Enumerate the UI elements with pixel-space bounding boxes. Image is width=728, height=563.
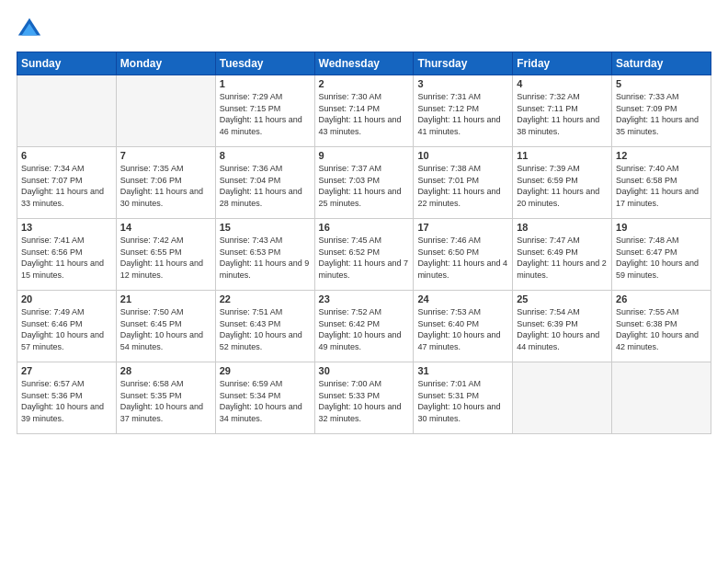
daylight-label: Daylight: 11 hours and 7 minutes. bbox=[319, 259, 409, 280]
table-row: 25 Sunrise: 7:54 AM Sunset: 6:39 PM Dayl… bbox=[513, 291, 612, 362]
day-info: Sunrise: 7:43 AM Sunset: 6:53 PM Dayligh… bbox=[220, 235, 311, 281]
daylight-label: Daylight: 11 hours and 22 minutes. bbox=[417, 187, 500, 208]
sunrise-label: Sunrise: 7:36 AM bbox=[220, 164, 283, 173]
day-number: 26 bbox=[616, 293, 707, 304]
day-info: Sunrise: 7:32 AM Sunset: 7:11 PM Dayligh… bbox=[517, 91, 608, 137]
col-friday: Friday bbox=[513, 52, 612, 75]
sunrise-label: Sunrise: 7:33 AM bbox=[616, 92, 679, 101]
table-row: 24 Sunrise: 7:53 AM Sunset: 6:40 PM Dayl… bbox=[414, 291, 513, 362]
sunrise-label: Sunrise: 7:01 AM bbox=[417, 379, 481, 388]
day-info: Sunrise: 7:49 AM Sunset: 6:46 PM Dayligh… bbox=[21, 306, 112, 352]
day-number: 22 bbox=[220, 293, 311, 304]
table-row: 5 Sunrise: 7:33 AM Sunset: 7:09 PM Dayli… bbox=[612, 75, 711, 147]
sunset-label: Sunset: 6:38 PM bbox=[616, 319, 677, 328]
table-row bbox=[17, 75, 117, 147]
day-info: Sunrise: 7:00 AM Sunset: 5:33 PM Dayligh… bbox=[319, 378, 410, 424]
sunrise-label: Sunrise: 7:00 AM bbox=[319, 379, 382, 388]
sunrise-label: Sunrise: 7:40 AM bbox=[616, 164, 679, 173]
daylight-label: Daylight: 10 hours and 34 minutes. bbox=[220, 402, 302, 423]
col-thursday: Thursday bbox=[414, 52, 513, 75]
sunset-label: Sunset: 6:55 PM bbox=[120, 247, 182, 257]
table-row: 10 Sunrise: 7:38 AM Sunset: 7:01 PM Dayl… bbox=[414, 147, 513, 219]
daylight-label: Daylight: 11 hours and 33 minutes. bbox=[21, 187, 104, 208]
day-number: 29 bbox=[220, 365, 311, 376]
table-row: 11 Sunrise: 7:39 AM Sunset: 6:59 PM Dayl… bbox=[513, 147, 612, 219]
sunset-label: Sunset: 5:31 PM bbox=[417, 391, 479, 400]
logo-icon bbox=[17, 17, 42, 42]
table-row: 16 Sunrise: 7:45 AM Sunset: 6:52 PM Dayl… bbox=[314, 219, 414, 291]
daylight-label: Daylight: 10 hours and 39 minutes. bbox=[21, 402, 104, 423]
day-info: Sunrise: 7:41 AM Sunset: 6:56 PM Dayligh… bbox=[21, 235, 112, 281]
table-row: 27 Sunrise: 6:57 AM Sunset: 5:36 PM Dayl… bbox=[17, 362, 117, 434]
day-info: Sunrise: 7:35 AM Sunset: 7:06 PM Dayligh… bbox=[120, 163, 211, 209]
day-number: 12 bbox=[616, 150, 707, 161]
calendar-container: Sunday Monday Tuesday Wednesday Thursday… bbox=[0, 0, 728, 563]
logo bbox=[17, 17, 46, 42]
day-info: Sunrise: 7:51 AM Sunset: 6:43 PM Dayligh… bbox=[220, 306, 311, 352]
daylight-label: Daylight: 11 hours and 20 minutes. bbox=[517, 187, 599, 208]
daylight-label: Daylight: 10 hours and 42 minutes. bbox=[616, 330, 699, 351]
calendar-table: Sunday Monday Tuesday Wednesday Thursday… bbox=[17, 52, 711, 434]
sunrise-label: Sunrise: 7:39 AM bbox=[517, 164, 580, 173]
day-number: 25 bbox=[517, 293, 608, 304]
daylight-label: Daylight: 11 hours and 12 minutes. bbox=[120, 259, 203, 280]
table-row: 1 Sunrise: 7:29 AM Sunset: 7:15 PM Dayli… bbox=[215, 75, 314, 147]
sunset-label: Sunset: 5:35 PM bbox=[120, 391, 182, 400]
sunrise-label: Sunrise: 7:48 AM bbox=[616, 236, 679, 245]
day-info: Sunrise: 7:48 AM Sunset: 6:47 PM Dayligh… bbox=[616, 235, 707, 281]
daylight-label: Daylight: 11 hours and 38 minutes. bbox=[517, 115, 599, 136]
sunrise-label: Sunrise: 7:35 AM bbox=[120, 164, 184, 173]
day-info: Sunrise: 7:52 AM Sunset: 6:42 PM Dayligh… bbox=[319, 306, 410, 352]
sunrise-label: Sunrise: 6:59 AM bbox=[220, 379, 283, 388]
table-row: 7 Sunrise: 7:35 AM Sunset: 7:06 PM Dayli… bbox=[116, 147, 215, 219]
day-info: Sunrise: 7:34 AM Sunset: 7:07 PM Dayligh… bbox=[21, 163, 112, 209]
calendar-week-row: 20 Sunrise: 7:49 AM Sunset: 6:46 PM Dayl… bbox=[17, 291, 711, 362]
daylight-label: Daylight: 11 hours and 2 minutes. bbox=[517, 259, 607, 280]
day-number: 15 bbox=[220, 222, 311, 233]
table-row: 8 Sunrise: 7:36 AM Sunset: 7:04 PM Dayli… bbox=[215, 147, 314, 219]
sunset-label: Sunset: 7:04 PM bbox=[220, 176, 281, 185]
day-number: 31 bbox=[417, 365, 508, 376]
daylight-label: Daylight: 11 hours and 35 minutes. bbox=[616, 115, 699, 136]
sunrise-label: Sunrise: 6:57 AM bbox=[21, 379, 85, 388]
sunset-label: Sunset: 6:59 PM bbox=[517, 176, 578, 185]
day-info: Sunrise: 6:59 AM Sunset: 5:34 PM Dayligh… bbox=[220, 378, 311, 424]
day-info: Sunrise: 7:37 AM Sunset: 7:03 PM Dayligh… bbox=[319, 163, 410, 209]
day-number: 8 bbox=[220, 150, 311, 161]
table-row: 12 Sunrise: 7:40 AM Sunset: 6:58 PM Dayl… bbox=[612, 147, 711, 219]
day-number: 3 bbox=[417, 78, 508, 89]
day-number: 21 bbox=[120, 293, 211, 304]
daylight-label: Daylight: 10 hours and 32 minutes. bbox=[319, 402, 402, 423]
day-info: Sunrise: 7:55 AM Sunset: 6:38 PM Dayligh… bbox=[616, 306, 707, 352]
page-header bbox=[17, 17, 711, 42]
day-info: Sunrise: 7:42 AM Sunset: 6:55 PM Dayligh… bbox=[120, 235, 211, 281]
sunrise-label: Sunrise: 7:42 AM bbox=[120, 236, 184, 245]
day-info: Sunrise: 7:30 AM Sunset: 7:14 PM Dayligh… bbox=[319, 91, 410, 137]
daylight-label: Daylight: 10 hours and 47 minutes. bbox=[417, 330, 500, 351]
table-row: 20 Sunrise: 7:49 AM Sunset: 6:46 PM Dayl… bbox=[17, 291, 117, 362]
day-number: 20 bbox=[21, 293, 112, 304]
day-number: 5 bbox=[616, 78, 707, 89]
day-number: 4 bbox=[517, 78, 608, 89]
sunrise-label: Sunrise: 7:46 AM bbox=[417, 236, 481, 245]
sunset-label: Sunset: 6:46 PM bbox=[21, 319, 83, 328]
sunset-label: Sunset: 5:33 PM bbox=[319, 391, 381, 400]
calendar-week-row: 6 Sunrise: 7:34 AM Sunset: 7:07 PM Dayli… bbox=[17, 147, 711, 219]
day-number: 17 bbox=[417, 222, 508, 233]
sunrise-label: Sunrise: 7:34 AM bbox=[21, 164, 85, 173]
day-number: 1 bbox=[220, 78, 311, 89]
day-info: Sunrise: 6:57 AM Sunset: 5:36 PM Dayligh… bbox=[21, 378, 112, 424]
sunrise-label: Sunrise: 7:45 AM bbox=[319, 236, 382, 245]
daylight-label: Daylight: 11 hours and 25 minutes. bbox=[319, 187, 402, 208]
day-info: Sunrise: 7:01 AM Sunset: 5:31 PM Dayligh… bbox=[417, 378, 508, 424]
daylight-label: Daylight: 11 hours and 41 minutes. bbox=[417, 115, 500, 136]
table-row: 15 Sunrise: 7:43 AM Sunset: 6:53 PM Dayl… bbox=[215, 219, 314, 291]
daylight-label: Daylight: 11 hours and 30 minutes. bbox=[120, 187, 203, 208]
sunrise-label: Sunrise: 7:55 AM bbox=[616, 307, 679, 316]
sunset-label: Sunset: 5:36 PM bbox=[21, 391, 83, 400]
table-row: 13 Sunrise: 7:41 AM Sunset: 6:56 PM Dayl… bbox=[17, 219, 117, 291]
table-row bbox=[513, 362, 612, 434]
col-tuesday: Tuesday bbox=[215, 52, 314, 75]
day-number: 24 bbox=[417, 293, 508, 304]
sunset-label: Sunset: 6:43 PM bbox=[220, 319, 281, 328]
